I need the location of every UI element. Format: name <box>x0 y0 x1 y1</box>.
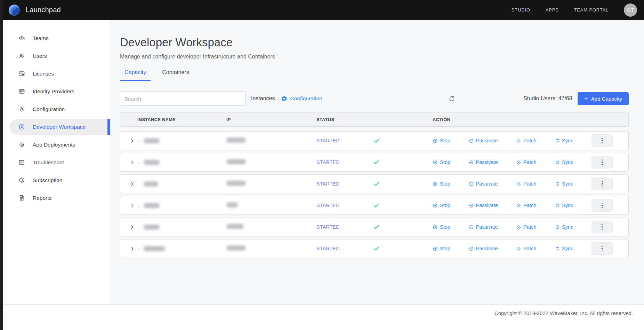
sidebar-item-app-deployments[interactable]: App Deployments <box>9 137 110 152</box>
sidebar-item-label: Reports <box>33 195 51 201</box>
row-menu-button[interactable] <box>591 221 613 233</box>
row-menu-button[interactable] <box>591 242 613 255</box>
developer-workspace-icon <box>18 124 25 130</box>
patch-action[interactable]: Patch <box>516 224 536 230</box>
row-menu-button[interactable] <box>591 134 613 147</box>
patch-action[interactable]: Patch <box>516 138 536 143</box>
patch-label: Patch <box>523 203 536 208</box>
patch-label: Patch <box>523 224 536 230</box>
status-badge: STARTED <box>316 181 373 187</box>
table-body: .. STARTED Stop <box>120 131 629 258</box>
configuration-icon <box>18 106 25 112</box>
sidebar-item-licenses[interactable]: Licenses <box>9 66 110 81</box>
sync-action[interactable]: Sync <box>555 203 573 208</box>
sidebar-item-label: App Deployments <box>33 142 75 148</box>
row-expand-chevron[interactable] <box>120 203 137 209</box>
patch-icon <box>516 138 521 143</box>
row-expand-chevron[interactable] <box>120 224 137 230</box>
status-cell: STARTED <box>316 245 433 252</box>
sidebar-item-troubleshoot[interactable]: Troubleshoot <box>9 155 110 170</box>
passivate-action[interactable]: Passivate <box>469 138 498 143</box>
row-menu-button[interactable] <box>591 199 613 212</box>
configuration-link[interactable]: Configuration <box>281 95 322 102</box>
nav-studio[interactable]: STUDIO <box>512 7 530 13</box>
row-menu-button[interactable] <box>591 156 613 168</box>
identity-providers-icon <box>18 88 25 95</box>
row-expand-chevron[interactable] <box>120 138 137 144</box>
sidebar-item-developer-workspace[interactable]: Developer Workspace <box>9 119 110 135</box>
passivate-action[interactable]: Passivate <box>469 246 498 251</box>
stop-action[interactable]: Stop <box>433 181 450 187</box>
stop-icon <box>433 138 438 143</box>
ip-cell <box>226 138 316 144</box>
redacted-name-hint: .. <box>137 182 140 186</box>
table-row: .. STARTED Stop <box>120 131 629 150</box>
stop-icon <box>433 225 438 230</box>
licenses-icon <box>18 70 25 77</box>
action-cell: Stop Passivate Patch <box>433 156 628 168</box>
sidebar-item-teams[interactable]: Teams <box>9 30 110 46</box>
brand-name: Launchpad <box>26 6 61 14</box>
check-icon <box>373 245 380 252</box>
instance-name-cell: .. <box>137 181 226 187</box>
sidebar-item-configuration[interactable]: Configuration <box>9 101 110 117</box>
redacted-ip <box>226 202 238 207</box>
redacted-instance-name <box>144 225 160 230</box>
sync-action[interactable]: Sync <box>555 224 573 230</box>
patch-label: Patch <box>523 246 536 251</box>
passivate-action[interactable]: Passivate <box>469 181 498 187</box>
passivate-action[interactable]: Passivate <box>469 159 498 165</box>
avatar[interactable]: GT <box>624 3 637 17</box>
row-expand-chevron[interactable] <box>120 181 137 187</box>
add-capacity-button[interactable]: + Add Capacity <box>578 92 629 105</box>
stop-action[interactable]: Stop <box>433 224 450 230</box>
sync-action[interactable]: Sync <box>555 181 573 187</box>
instance-name-cell: .. <box>137 138 226 143</box>
header-action: ACTION <box>433 117 628 122</box>
check-icon <box>373 202 380 209</box>
row-expand-chevron[interactable] <box>120 159 137 165</box>
table-row: .. STARTED Stop <box>120 153 629 172</box>
row-menu-button[interactable] <box>591 178 613 190</box>
sidebar-item-identity-providers[interactable]: Identity Providers <box>9 84 110 99</box>
check-icon <box>373 181 380 187</box>
vertical-ellipsis-icon <box>602 159 603 165</box>
status-badge: STARTED <box>316 246 373 251</box>
add-capacity-label: Add Capacity <box>591 96 622 102</box>
stop-action[interactable]: Stop <box>433 138 450 143</box>
top-nav: STUDIO APPS TEAM PORTAL GT <box>512 3 637 17</box>
header-ip: IP <box>226 117 316 122</box>
search-input[interactable] <box>120 92 246 105</box>
tab-capacity[interactable]: Capacity <box>120 69 151 81</box>
nav-team-portal[interactable]: TEAM PORTAL <box>574 7 609 13</box>
stop-action[interactable]: Stop <box>433 246 450 251</box>
check-icon <box>373 159 380 166</box>
stop-icon <box>433 203 438 208</box>
patch-action[interactable]: Patch <box>516 203 536 208</box>
header-instance-name: INSTANCE NAME <box>137 117 226 122</box>
patch-action[interactable]: Patch <box>516 159 536 165</box>
patch-action[interactable]: Patch <box>516 181 536 187</box>
refresh-icon[interactable] <box>448 95 456 102</box>
patch-icon <box>516 246 521 251</box>
row-expand-chevron[interactable] <box>120 246 137 252</box>
gear-icon <box>281 95 288 102</box>
redacted-ip <box>226 159 246 164</box>
sidebar-item-subscription[interactable]: Subscription <box>9 172 110 188</box>
nav-apps[interactable]: APPS <box>546 7 559 13</box>
stop-action[interactable]: Stop <box>433 203 450 208</box>
sync-label: Sync <box>562 246 573 251</box>
passivate-action[interactable]: Passivate <box>469 224 498 230</box>
stop-action[interactable]: Stop <box>433 159 450 165</box>
sidebar-item-users[interactable]: Users <box>9 48 110 64</box>
sync-icon <box>555 160 560 165</box>
instance-name-cell: .. <box>137 246 226 251</box>
sync-action[interactable]: Sync <box>555 159 573 165</box>
sync-action[interactable]: Sync <box>555 138 573 143</box>
sync-action[interactable]: Sync <box>555 246 573 251</box>
tab-containers[interactable]: Containers <box>158 69 193 81</box>
instance-name-cell: .. <box>137 203 226 208</box>
patch-action[interactable]: Patch <box>516 246 536 251</box>
sidebar-item-reports[interactable]: Reports <box>9 190 110 206</box>
passivate-action[interactable]: Passivate <box>469 203 498 208</box>
